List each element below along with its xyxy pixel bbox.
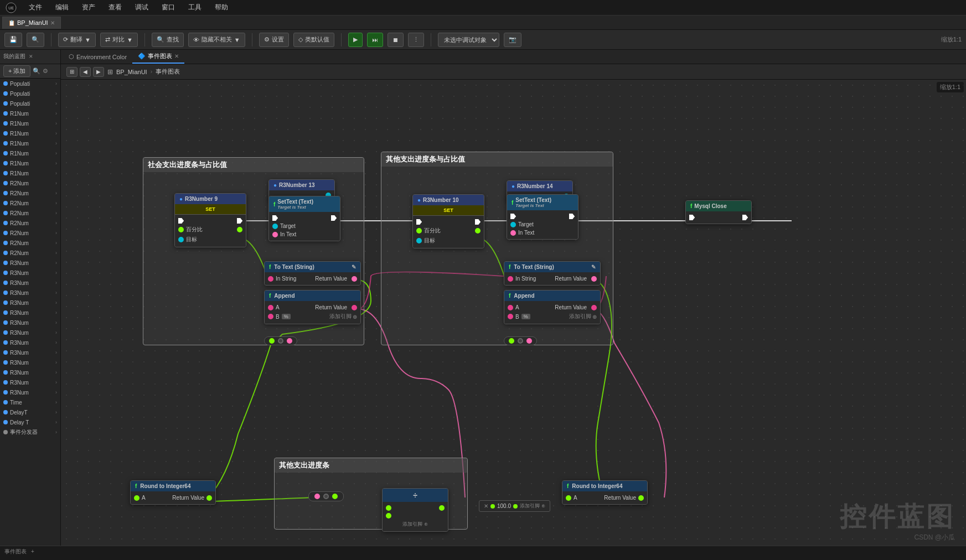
round641-retval[interactable]: [206, 495, 212, 501]
menu-assets[interactable]: 资产: [80, 2, 97, 13]
node-settext1[interactable]: f SetText (Text) Target is Text Target: [268, 196, 340, 241]
menu-edit[interactable]: 编辑: [53, 2, 71, 13]
browse-btn[interactable]: 🔍: [27, 33, 44, 47]
settings-btn[interactable]: ⚙ 设置: [259, 33, 289, 47]
more-btn[interactable]: ⋮: [408, 33, 424, 47]
sidebar-item-16[interactable]: R2Num ›: [0, 238, 60, 248]
r3num9-exec-in[interactable]: [178, 218, 184, 224]
hide-irrelevant-btn[interactable]: 👁 隐藏不相关 ▼: [188, 33, 245, 47]
menu-help[interactable]: 帮助: [213, 2, 230, 13]
debug-target-select[interactable]: 未选中调试对象: [438, 33, 499, 47]
append1-add-pin[interactable]: 添加引脚 ⊕: [329, 313, 357, 320]
tab-event-close[interactable]: ✕: [174, 53, 179, 59]
append1-returnvalue[interactable]: [352, 305, 357, 310]
menu-debug[interactable]: 调试: [133, 2, 151, 13]
sidebar-item-27[interactable]: R3Num ›: [0, 348, 60, 357]
sidebar-item-30[interactable]: R3Num ›: [0, 377, 60, 387]
node-totext2[interactable]: f To Text (String) ✎ In String Return Va…: [504, 261, 601, 286]
node-mysql-close[interactable]: f Mysql Close: [685, 200, 752, 224]
debug-extra-btn[interactable]: 📷: [504, 33, 521, 47]
append2-conn3[interactable]: [526, 338, 532, 344]
divide-in1[interactable]: [386, 505, 391, 511]
node-divide[interactable]: ÷ 添加引脚 ⊕: [382, 488, 448, 532]
play-next-btn[interactable]: ⏭: [367, 33, 383, 47]
sidebar-item-25[interactable]: R3Num ›: [0, 328, 60, 338]
settext1-exec-out[interactable]: [331, 215, 337, 221]
sidebar-item-3[interactable]: R1Num ›: [0, 108, 60, 118]
sidebar-item-21[interactable]: R3Num ›: [0, 288, 60, 298]
append1-a[interactable]: [268, 305, 273, 310]
r3num9-baifenbi[interactable]: [178, 227, 184, 232]
search-icon[interactable]: 🔍: [33, 68, 40, 75]
r3num10-mubiao[interactable]: [416, 238, 422, 243]
append2-returnvalue[interactable]: [591, 305, 597, 310]
sidebar-item-14[interactable]: R2Num ›: [0, 218, 60, 228]
bconn1-2[interactable]: [323, 494, 329, 499]
settext2-exec-out[interactable]: [569, 214, 575, 219]
append1-b[interactable]: [268, 314, 273, 319]
search-btn[interactable]: 🔍 查找: [152, 33, 184, 47]
sidebar-item-15[interactable]: R2Num ›: [0, 228, 60, 238]
divide-in2[interactable]: [386, 513, 391, 518]
node-totext1[interactable]: f To Text (String) ✎ In String Return Va…: [264, 261, 361, 286]
node-round64-2[interactable]: f Round to Integer64 A Return Value: [562, 480, 648, 505]
bconn1-3[interactable]: [332, 494, 338, 499]
divide-addpin-label[interactable]: 添加引脚 ⊕: [402, 521, 428, 527]
breadcrumb-forward[interactable]: ▶: [93, 67, 104, 77]
mysql-exec-in[interactable]: [689, 215, 695, 220]
node-append1[interactable]: f Append A Return Value B %: [264, 290, 361, 324]
node-r3number10[interactable]: ● R3Number 10 SET 百分比: [412, 194, 484, 248]
value-pin-in[interactable]: [490, 504, 495, 509]
sidebar-item-19[interactable]: R3Num ›: [0, 268, 60, 278]
sidebar-item-2[interactable]: Populati ›: [0, 98, 60, 108]
node-append2[interactable]: f Append A Return Value B %: [504, 290, 601, 324]
sidebar-item-8[interactable]: R1Num ›: [0, 158, 60, 168]
r3num10-baifenbi[interactable]: [416, 228, 422, 234]
settext2-intext[interactable]: [510, 230, 516, 236]
compare-btn[interactable]: ⇄ 对比 ▼: [100, 33, 138, 47]
status-event-graph[interactable]: 事件图表: [4, 548, 27, 556]
sidebar-item-9[interactable]: R1Num ›: [0, 168, 60, 178]
mysql-exec-out[interactable]: [742, 215, 748, 220]
append1-conn2[interactable]: [278, 338, 283, 344]
totext1-returnvalue[interactable]: [352, 276, 357, 282]
sidebar-item-29[interactable]: R3Num ›: [0, 367, 60, 377]
sidebar-item-22[interactable]: R3Num ›: [0, 298, 60, 308]
settext1-target[interactable]: [272, 224, 278, 229]
sidebar-item-28[interactable]: R3Num ›: [0, 357, 60, 367]
breadcrumb-project[interactable]: BP_MianUI: [116, 69, 147, 75]
breadcrumb-current[interactable]: 事件图表: [156, 68, 180, 76]
play-btn[interactable]: ▶: [348, 33, 363, 47]
r3num10-exec-out[interactable]: [475, 219, 481, 225]
r3num10-exec-in[interactable]: [416, 219, 422, 225]
tab-my-blueprint-close[interactable]: ✕: [29, 54, 33, 59]
tab-bp-mianui[interactable]: 📋 BP_MianUI ✕: [2, 17, 61, 29]
class-defaults-btn[interactable]: ◇ 类默认值: [293, 33, 334, 47]
r3num9-exec-out[interactable]: [237, 218, 242, 224]
add-btn[interactable]: + 添加: [3, 65, 30, 77]
sidebar-item-13[interactable]: R2Num ›: [0, 208, 60, 218]
divide-out[interactable]: [439, 505, 445, 511]
tab-env-color[interactable]: ⬡ Environment Color: [63, 50, 132, 64]
sidebar-item-7[interactable]: R1Num ›: [0, 148, 60, 158]
value-pin-out[interactable]: [513, 504, 518, 509]
sidebar-item-5[interactable]: R1Num ›: [0, 128, 60, 138]
r3num9-mubiao[interactable]: [178, 237, 184, 242]
blueprint-canvas[interactable]: 社会支出进度条与占比值 其他支出进度条与占比值 其他支出进度条 ● R3Numb…: [61, 80, 966, 546]
menu-view[interactable]: 查看: [106, 2, 124, 13]
status-add-icon[interactable]: +: [31, 548, 34, 554]
append1-conn1[interactable]: [269, 338, 275, 344]
round642-retval[interactable]: [638, 495, 644, 501]
breadcrumb-grid[interactable]: ⊞: [66, 67, 78, 77]
tab-close-btn[interactable]: ✕: [50, 20, 55, 26]
tab-my-blueprint[interactable]: 我的蓝图 ✕: [0, 50, 37, 63]
value-close-icon[interactable]: ✕: [484, 503, 488, 509]
filter-icon[interactable]: ⚙: [43, 68, 48, 75]
breadcrumb-back[interactable]: ◀: [80, 67, 91, 77]
round642-a[interactable]: [566, 495, 571, 501]
sidebar-item-18[interactable]: R3Num ›: [0, 258, 60, 268]
append2-add-pin[interactable]: 添加引脚 ⊕: [569, 313, 597, 320]
tab-event-graph[interactable]: 🔷 事件图表 ✕: [132, 50, 184, 64]
settext1-intext[interactable]: [272, 232, 278, 237]
sidebar-item-12[interactable]: R2Num ›: [0, 198, 60, 208]
